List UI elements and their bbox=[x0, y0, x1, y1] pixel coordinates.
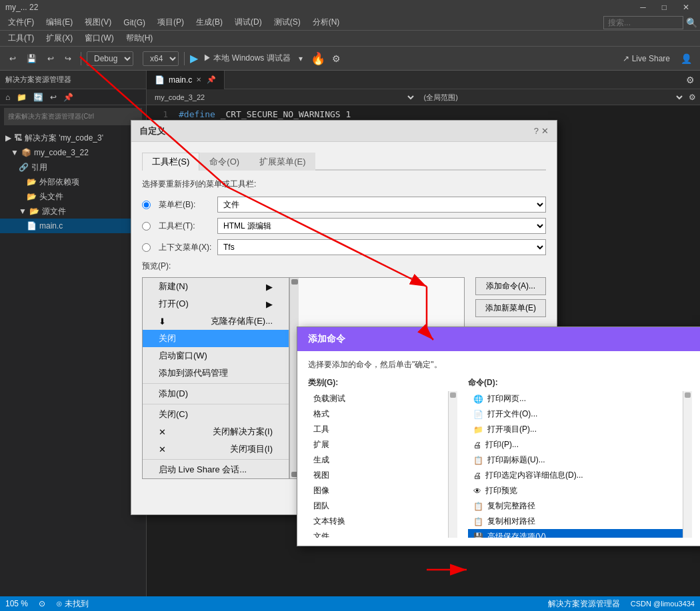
tab-pin-btn[interactable]: 📌 bbox=[207, 75, 216, 84]
sidebar-item-references[interactable]: 🔗 引用 bbox=[0, 160, 146, 175]
sidebar-sync-icon[interactable]: 🔄 bbox=[31, 91, 46, 103]
toolbar-save-all[interactable]: 💾 bbox=[23, 52, 41, 65]
sidebar-pin-icon[interactable]: 📌 bbox=[61, 91, 76, 103]
sidebar-item-mainc[interactable]: 📄 main.c bbox=[0, 219, 146, 233]
menubar-select[interactable]: 文件 bbox=[217, 197, 546, 213]
sidebar-item-project[interactable]: ▼ 📦 my_code_3_22 bbox=[0, 145, 146, 160]
menu-file[interactable]: 文件(F) bbox=[3, 15, 39, 29]
dialog-tab-toolbar[interactable]: 工具栏(S) bbox=[142, 153, 199, 171]
toolbar-redo[interactable]: ↪ bbox=[61, 52, 75, 65]
run-dropdown-icon[interactable]: ▾ bbox=[296, 53, 305, 65]
menu-analyze[interactable]: 分析(N) bbox=[307, 15, 345, 29]
minimize-button[interactable]: ─ bbox=[635, 1, 651, 13]
cmd-9[interactable]: 💾 高级保存选项(V)... bbox=[468, 529, 683, 538]
preview-menu: 新建(N) ▶ 打开(O) ▶ ⬇ 克隆存储库(E)... bbox=[143, 278, 289, 478]
cat-tools[interactable]: 工具 bbox=[308, 422, 448, 437]
cat-extensions[interactable]: 扩展 bbox=[308, 437, 448, 452]
run-button[interactable]: ▶ bbox=[190, 52, 198, 65]
add-command-btn[interactable]: 添加命令(A)... bbox=[475, 277, 546, 295]
sidebar-arrow-icon[interactable]: ↩ bbox=[47, 91, 59, 103]
sidebar-folder-icon[interactable]: 📁 bbox=[14, 91, 29, 103]
radio-menubar[interactable] bbox=[142, 201, 151, 209]
toolbar-select[interactable]: HTML 源编辑 bbox=[217, 218, 546, 234]
radio-context[interactable] bbox=[142, 243, 151, 252]
toolbar-extra-1[interactable]: ⚙ bbox=[331, 52, 342, 65]
sidebar-home-icon[interactable]: ⌂ bbox=[3, 91, 13, 103]
command-scrollbar[interactable] bbox=[683, 391, 692, 538]
preview-item-close-c[interactable]: 关闭(C) bbox=[143, 406, 289, 423]
cat-format[interactable]: 格式 bbox=[308, 406, 448, 422]
cmd-3[interactable]: 🖨 打印(P)... bbox=[468, 437, 683, 452]
preview-item-add[interactable]: 添加(D) bbox=[143, 385, 289, 402]
tab-settings-icon[interactable]: ⚙ bbox=[681, 72, 700, 88]
preview-item-open[interactable]: 打开(O) ▶ bbox=[143, 295, 289, 312]
close-button[interactable]: ✕ bbox=[677, 1, 695, 13]
preview-item-close-project[interactable]: ✕ 关闭项目(I) bbox=[143, 440, 289, 458]
cat-team[interactable]: 团队 bbox=[308, 498, 448, 514]
preview-item-add-to-src[interactable]: 添加到源代码管理 bbox=[143, 364, 289, 382]
cmd-1[interactable]: 📄 打开文件(O)... bbox=[468, 406, 683, 422]
title-bar: my_... 22 ─ □ ✕ bbox=[0, 0, 700, 15]
menu-git[interactable]: Git(G) bbox=[118, 17, 151, 29]
search-input[interactable] bbox=[603, 16, 683, 29]
category-list-inner: 负载测试 格式 工具 扩展 生成 视图 图像 团队 文本转换 文件 项目 资源 bbox=[308, 391, 448, 538]
title-bar-controls: ─ □ ✕ bbox=[635, 1, 695, 13]
toolbar-undo[interactable]: ↩ bbox=[43, 52, 58, 65]
dialog-close-btn[interactable]: ✕ bbox=[541, 126, 549, 136]
preview-item-new[interactable]: 新建(N) ▶ bbox=[143, 278, 289, 295]
dialog-radio-row-1: 菜单栏(B): 文件 bbox=[142, 197, 546, 213]
menu-test[interactable]: 测试(S) bbox=[269, 15, 306, 29]
debug-config-dropdown[interactable]: Debug bbox=[87, 51, 133, 66]
menu-edit[interactable]: 编辑(E) bbox=[41, 15, 78, 29]
live-share-button[interactable]: ↗ Live Share bbox=[617, 52, 675, 65]
cmd-7[interactable]: 📋 复制完整路径 bbox=[468, 498, 683, 514]
arch-dropdown[interactable]: x64 bbox=[143, 51, 179, 66]
cmd-2[interactable]: 📁 打开项目(P)... bbox=[468, 422, 683, 437]
nav-settings-icon[interactable]: ⚙ bbox=[687, 91, 697, 103]
preview-item-close-panel[interactable]: 关闭 bbox=[143, 330, 289, 347]
menu-build[interactable]: 生成(B) bbox=[191, 15, 228, 29]
sidebar-item-sources[interactable]: ▼ 📂 源文件 bbox=[0, 204, 146, 219]
menu-view[interactable]: 视图(V) bbox=[79, 15, 117, 29]
cmd-4[interactable]: 📋 打印副标题(U)... bbox=[468, 452, 683, 468]
tab-mainc[interactable]: 📄 main.c ✕ 📌 bbox=[147, 71, 225, 89]
sidebar-item-headers[interactable]: 📂 头文件 bbox=[0, 189, 146, 204]
cmd-6[interactable]: 👁 打印预览 bbox=[468, 483, 683, 498]
menu-extensions[interactable]: 扩展(X) bbox=[41, 31, 78, 45]
dialog-tab-ext-menu[interactable]: 扩展菜单(E) bbox=[249, 153, 315, 171]
preview-item-liveshare[interactable]: 启动 Live Share 会话... bbox=[143, 461, 289, 478]
cat-file[interactable]: 文件 bbox=[308, 529, 448, 538]
cmd-8[interactable]: 📋 复制相对路径 bbox=[468, 514, 683, 529]
menu-project[interactable]: 项目(P) bbox=[152, 15, 189, 29]
cmd-0[interactable]: 🌐 打印网页... bbox=[468, 391, 683, 406]
menu-tools[interactable]: 工具(T) bbox=[3, 31, 39, 45]
cmd-5[interactable]: 🖨 打印选定内容详细信息(D)... bbox=[468, 468, 683, 483]
menu-debug[interactable]: 调试(D) bbox=[229, 15, 267, 29]
preview-item-clone[interactable]: ⬇ 克隆存储库(E)... bbox=[143, 312, 289, 330]
sidebar-item-ext-deps[interactable]: 📂 外部依赖项 bbox=[0, 175, 146, 189]
cat-text-transform[interactable]: 文本转换 bbox=[308, 514, 448, 529]
tab-close-btn[interactable]: ✕ bbox=[196, 76, 201, 83]
sidebar-item-solution[interactable]: ▶ 🏗 解决方案 'my_code_3' bbox=[0, 131, 146, 145]
user-icon[interactable]: 👤 bbox=[678, 52, 695, 65]
dialog-help-btn[interactable]: ? bbox=[534, 126, 539, 136]
preview-item-start-win[interactable]: 启动窗口(W) bbox=[143, 347, 289, 364]
menu-window[interactable]: 窗口(W) bbox=[79, 31, 119, 45]
preview-item-close-solution[interactable]: ✕ 关闭解决方案(I) bbox=[143, 423, 289, 440]
cat-image[interactable]: 图像 bbox=[308, 483, 448, 498]
context-select[interactable]: Tfs bbox=[217, 239, 546, 255]
dialog-tab-command[interactable]: 命令(O) bbox=[199, 153, 249, 171]
run-label[interactable]: ▶ 本地 Windows 调试器 bbox=[201, 51, 293, 65]
toolbar-back[interactable]: ↩ bbox=[5, 52, 20, 65]
nav-scope-dropdown[interactable]: (全局范围) bbox=[419, 92, 685, 103]
cat-view[interactable]: 视图 bbox=[308, 468, 448, 483]
sources-icon: 📂 bbox=[29, 207, 39, 216]
cat-build[interactable]: 生成 bbox=[308, 452, 448, 468]
maximize-button[interactable]: □ bbox=[657, 1, 672, 13]
category-scrollbar[interactable] bbox=[448, 391, 457, 538]
radio-toolbar[interactable] bbox=[142, 222, 151, 231]
menu-help[interactable]: 帮助(H) bbox=[121, 31, 159, 45]
cat-load-test[interactable]: 负载测试 bbox=[308, 391, 448, 406]
add-menu-btn[interactable]: 添加新菜单(E) bbox=[475, 299, 546, 317]
nav-file-dropdown[interactable]: my_code_3_22 bbox=[149, 92, 416, 103]
